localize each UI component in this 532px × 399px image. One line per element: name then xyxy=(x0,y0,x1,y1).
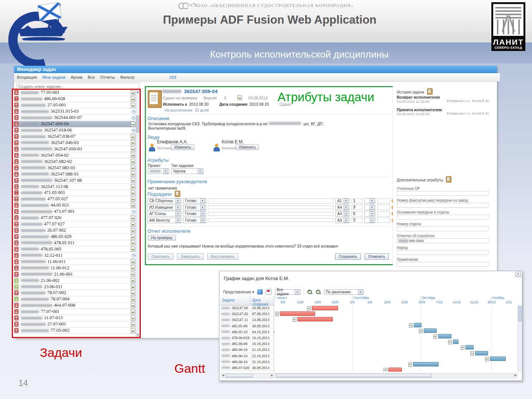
field-input[interactable] xyxy=(397,215,488,219)
change-person-button[interactable]: Изменить xyxy=(236,144,259,150)
task-list-item[interactable]: 486.05 029 xyxy=(13,234,136,240)
gantt-bar[interactable] xyxy=(280,311,315,316)
task-list-item[interactable]: 477.07 026 xyxy=(13,215,136,221)
gantt-bar[interactable] xyxy=(388,368,402,372)
task-list-item[interactable]: 362547.050-03 xyxy=(13,146,136,152)
task-list-item[interactable]: 44.05 021 xyxy=(13,202,136,209)
task-list-item[interactable]: 362547.107 08 xyxy=(13,177,136,184)
gantt-bar[interactable] xyxy=(424,328,437,333)
button-восстановить[interactable]: Восстановить xyxy=(207,253,238,260)
field-input[interactable]: 050.0291 xyxy=(397,238,488,243)
task-list-item[interactable]: 23.06-011 xyxy=(13,284,136,290)
gantt-bar[interactable] xyxy=(490,357,506,361)
subtask-status-select[interactable]: Готово▼ xyxy=(183,205,206,210)
zoom-in-icon[interactable]: + xyxy=(307,289,313,295)
gantt-bar[interactable] xyxy=(475,351,488,355)
task-list-item[interactable]: 77.05-001 xyxy=(13,90,136,96)
task-list-item[interactable]: 464.07-008 xyxy=(13,303,136,309)
gantt-table-row[interactable]: 478.06-01810.10.2013 xyxy=(220,335,274,341)
gantt-table-row[interactable]: 362547.0307.08.2013 xyxy=(220,311,274,317)
subtask-format-select[interactable]: А4▼ xyxy=(335,211,349,216)
task-list-item[interactable]: 11.06-012 xyxy=(13,265,136,271)
field-input[interactable] xyxy=(397,250,488,255)
task-list-item[interactable]: 477.07 027 xyxy=(13,221,136,228)
gantt-table-row[interactable]: 362547.1114.08.2013 xyxy=(220,317,274,323)
task-list-item[interactable]: 21.06-001 xyxy=(13,271,136,277)
close-icon[interactable]: × xyxy=(515,272,521,277)
task-list-item[interactable]: 478.05 005 xyxy=(13,246,136,252)
task-list-item[interactable]: 21.06-002 xyxy=(13,277,136,284)
field-input[interactable] xyxy=(397,203,488,208)
gantt-bar[interactable] xyxy=(312,306,338,310)
task-list-item[interactable]: 473.07 001◷ xyxy=(13,209,136,215)
scroll-down-icon[interactable]: ▼ xyxy=(136,333,140,337)
gantt-bar[interactable] xyxy=(414,323,422,327)
field-input[interactable] xyxy=(397,191,488,196)
task-filter-select[interactable]: Все задачи▼ xyxy=(275,289,301,295)
subtask-extra-input[interactable] xyxy=(377,218,390,223)
menu-item-входящие[interactable]: Входящие xyxy=(17,75,37,79)
subtask-status-select[interactable]: Готово▼ xyxy=(183,218,206,223)
button-сохранить[interactable]: Сохранить xyxy=(335,253,361,260)
subtask-type-select[interactable]: АМ Иконстр▼ xyxy=(147,218,181,223)
task-list-item[interactable]: 362531.015-03◷ xyxy=(13,109,136,115)
subtask-count-input[interactable]: 3 xyxy=(351,205,362,210)
task-list-item[interactable]: 362547.009-04 xyxy=(13,121,136,127)
task-list-item[interactable]: 362547.038-07 xyxy=(13,134,136,140)
subtask-type-select[interactable]: ИЗ Извещени▼ xyxy=(147,205,181,210)
subtask-format-select[interactable]: А1▼ xyxy=(335,198,349,204)
menu-item-мои-задачи[interactable]: Мои задачи xyxy=(42,75,66,79)
task-list-item[interactable]: 362547.088 03 xyxy=(13,171,136,177)
task-list-item[interactable]: 362547.082-02 xyxy=(13,158,136,165)
subtask-status-select[interactable]: Готово▼ xyxy=(183,211,206,216)
subtask-text-input[interactable] xyxy=(208,198,334,204)
subtask-extra-input[interactable] xyxy=(377,198,390,204)
subtask-status-select[interactable]: Готово▼ xyxy=(183,198,206,204)
task-list-item[interactable]: 77.07-001 xyxy=(13,309,136,315)
gantt-table-row[interactable]: 486.06-1025.10.2013 xyxy=(220,353,274,359)
subtask-format-select[interactable]: А3▼ xyxy=(335,218,349,223)
zoom-out-icon[interactable]: − xyxy=(316,289,321,295)
scroll-thumb[interactable] xyxy=(136,116,139,133)
task-list-item[interactable]: 77.05-002 xyxy=(13,328,136,334)
gantt-bar[interactable] xyxy=(438,334,451,338)
gantt-table-row[interactable]: 362547.0020.08.2013 xyxy=(220,305,274,311)
subtask-type-select[interactable]: АГ Стилы▼ xyxy=(147,211,181,216)
subtask-count-input[interactable]: 2 xyxy=(351,218,362,223)
task-list-item[interactable]: 11.07-013 xyxy=(13,315,136,321)
field-input[interactable] xyxy=(397,262,488,267)
button-отклонить[interactable]: Отклонить xyxy=(148,253,173,260)
task-list-item[interactable]: 78.07-004 xyxy=(13,296,136,303)
subtask-extra-input[interactable] xyxy=(377,205,390,210)
timeline-horizontal-scrollbar[interactable]: ▶ xyxy=(275,373,518,378)
gantt-bar[interactable] xyxy=(413,362,439,366)
task-list-scrollbar[interactable]: ▲ ▼ xyxy=(136,90,140,337)
menu-item-все[interactable]: Все xyxy=(88,75,95,79)
task-list-item[interactable]: 362547.054-02 xyxy=(13,152,136,158)
task-list-item[interactable]: 477.05 027 xyxy=(13,196,136,202)
gantt-vertical-scrollbar[interactable] xyxy=(518,305,522,372)
to-review-button[interactable]: На проверку xyxy=(148,235,176,241)
gantt-bar[interactable] xyxy=(453,340,458,344)
task-list-item[interactable]: 362547.018-06◷ xyxy=(13,127,136,134)
task-list-item[interactable]: 362547.083 03 xyxy=(13,165,136,171)
task-list-item[interactable]: 26.07 002 xyxy=(13,228,136,234)
subtask-text-input[interactable] xyxy=(208,218,334,222)
gantt-table-row[interactable]: 486.07-02030.09.2013 xyxy=(220,365,274,371)
task-list-item[interactable]: 478.05 011 xyxy=(13,240,136,246)
button-отменить[interactable]: Отменить xyxy=(365,253,389,260)
gantt-table-row[interactable] xyxy=(220,371,274,372)
gantt-table-row[interactable]: 485.05-0030.09.2013 xyxy=(220,323,274,329)
task-list-item[interactable]: 27.07-001 xyxy=(13,321,136,328)
subtask-extra-select[interactable]: ▼ xyxy=(364,198,375,204)
subtask-count-input[interactable]: 5 xyxy=(351,211,362,216)
gantt-table-row[interactable]: 486.00-1031.10.2013 xyxy=(220,359,274,365)
task-list-item[interactable]: 11.06-011 xyxy=(13,259,136,265)
gantt-bar[interactable] xyxy=(297,317,333,321)
task-list-item[interactable]: 362547.046-03 xyxy=(13,140,136,146)
menu-item-архив[interactable]: Архив xyxy=(71,75,82,79)
subtask-extra-select[interactable]: ▼ xyxy=(364,211,375,216)
task-list-item[interactable]: 78.07-002 xyxy=(13,290,136,296)
task-list-item[interactable]: 27.05-001 xyxy=(13,102,136,109)
task-type-select[interactable]: Чертеж▼ xyxy=(171,168,204,174)
